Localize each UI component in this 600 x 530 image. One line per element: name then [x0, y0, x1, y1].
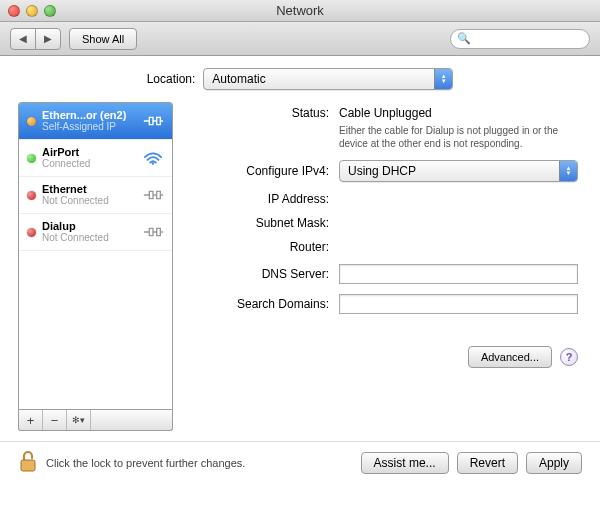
configure-ipv4-label: Configure IPv4:	[189, 164, 329, 178]
ethernet-icon	[142, 187, 164, 203]
sidebar-item-sub: Not Connected	[42, 195, 136, 207]
status-message: Either the cable for Dialup is not plugg…	[339, 124, 578, 150]
status-dot-icon	[27, 154, 36, 163]
lock-text: Click the lock to prevent further change…	[46, 457, 245, 469]
nav-buttons: ◀ ▶	[10, 28, 61, 50]
dns-server-input[interactable]	[339, 264, 578, 284]
forward-button[interactable]: ▶	[35, 28, 61, 50]
subnet-mask-label: Subnet Mask:	[189, 216, 329, 230]
sidebar-item-ethernet[interactable]: Ethernet Not Connected	[19, 177, 172, 214]
back-button[interactable]: ◀	[10, 28, 36, 50]
sidebar-item-sub: Self-Assigned IP	[42, 121, 136, 133]
select-arrows-icon: ▲▼	[434, 69, 452, 89]
detail-panel: Status: Cable Unplugged Either the cable…	[185, 102, 582, 431]
location-row: Location: Automatic ▲▼	[18, 68, 582, 90]
show-all-button[interactable]: Show All	[69, 28, 137, 50]
sidebar-item-text: Ethern...or (en2) Self-Assigned IP	[42, 109, 136, 133]
sidebar-item-text: Dialup Not Connected	[42, 220, 136, 244]
interfaces-list: Ethern...or (en2) Self-Assigned IP AirPo…	[18, 102, 173, 410]
search-domains-input[interactable]	[339, 294, 578, 314]
router-label: Router:	[189, 240, 329, 254]
status-dot-icon	[27, 228, 36, 237]
ip-address-label: IP Address:	[189, 192, 329, 206]
svg-point-0	[152, 162, 154, 164]
help-button[interactable]: ?	[560, 348, 578, 366]
sidebar-item-airport[interactable]: AirPort Connected	[19, 140, 172, 177]
revert-button[interactable]: Revert	[457, 452, 518, 474]
sidebar-buttons: + − ✻▾	[18, 410, 173, 431]
remove-interface-button[interactable]: −	[43, 410, 67, 430]
sidebar-item-sub: Connected	[42, 158, 136, 170]
lock-icon[interactable]	[18, 450, 38, 476]
select-arrows-icon: ▲▼	[559, 161, 577, 181]
status-value: Cable Unplugged	[339, 106, 432, 120]
location-select[interactable]: Automatic ▲▼	[203, 68, 453, 90]
search-domains-label: Search Domains:	[189, 297, 329, 311]
sidebar-item-text: AirPort Connected	[42, 146, 136, 170]
dns-server-label: DNS Server:	[189, 267, 329, 281]
sidebar-item-dialup[interactable]: Dialup Not Connected	[19, 214, 172, 251]
toolbar: ◀ ▶ Show All 🔍	[0, 22, 600, 56]
wifi-icon	[142, 150, 164, 166]
sidebar-item-name: Dialup	[42, 220, 136, 232]
apply-button[interactable]: Apply	[526, 452, 582, 474]
sidebar-item-text: Ethernet Not Connected	[42, 183, 136, 207]
status-dot-icon	[27, 117, 36, 126]
ethernet-icon	[142, 224, 164, 240]
ethernet-icon	[142, 113, 164, 129]
svg-rect-1	[21, 460, 35, 471]
window-title: Network	[0, 3, 600, 18]
interfaces-sidebar-wrap: Ethern...or (en2) Self-Assigned IP AirPo…	[18, 102, 173, 431]
add-interface-button[interactable]: +	[19, 410, 43, 430]
status-dot-icon	[27, 191, 36, 200]
location-value: Automatic	[212, 72, 265, 86]
location-label: Location:	[147, 72, 196, 86]
search-icon: 🔍	[457, 32, 471, 45]
search-input[interactable]: 🔍	[450, 29, 590, 49]
sidebar-item-name: Ethernet	[42, 183, 136, 195]
advanced-button[interactable]: Advanced...	[468, 346, 552, 368]
assist-me-button[interactable]: Assist me...	[361, 452, 449, 474]
sidebar-item-name: Ethern...or (en2)	[42, 109, 136, 121]
sidebar-item-ethernet-adapter[interactable]: Ethern...or (en2) Self-Assigned IP	[19, 103, 172, 140]
bottom-bar: Click the lock to prevent further change…	[0, 441, 600, 484]
sidebar-item-sub: Not Connected	[42, 232, 136, 244]
status-label: Status:	[189, 106, 329, 120]
configure-ipv4-select[interactable]: Using DHCP ▲▼	[339, 160, 578, 182]
titlebar: Network	[0, 0, 600, 22]
sidebar-item-name: AirPort	[42, 146, 136, 158]
action-menu-button[interactable]: ✻▾	[67, 410, 91, 430]
configure-ipv4-value: Using DHCP	[348, 164, 416, 178]
